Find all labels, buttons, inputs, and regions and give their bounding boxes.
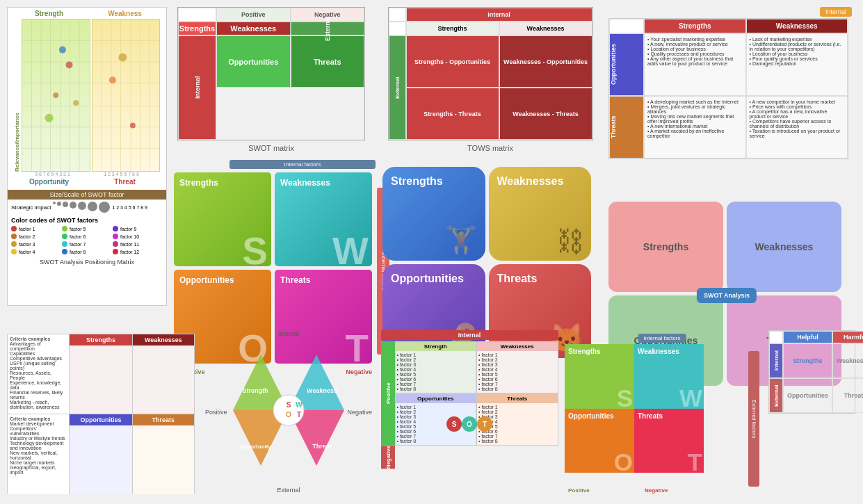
ls-weaknesses-label: Weaknesses bbox=[280, 178, 330, 188]
card-weaknesses: Weaknesses ⛓ bbox=[489, 167, 592, 261]
strengths-card-icon: 🏋 bbox=[444, 225, 478, 257]
detailed-swot: Internal Strengths Weaknesses Opportunit… bbox=[608, 7, 852, 195]
svg-point-12 bbox=[66, 61, 73, 68]
hh-opportunities-cell: Opportunities bbox=[783, 378, 832, 413]
color-codes-section: Color codes of SWOT factors factor 1 fac… bbox=[8, 215, 166, 257]
diamond-external-label: External bbox=[277, 487, 300, 494]
bsb-positive-label: Positive bbox=[568, 487, 590, 494]
hh-weaknesses-cell: Weaknesses bbox=[832, 343, 863, 378]
svg-text:Threat: Threat bbox=[312, 443, 332, 450]
diamond-internal-label: Internal bbox=[278, 330, 299, 337]
weaknesses-cell: Weaknesses bbox=[216, 22, 291, 35]
ds-strengths-content: • Your specialist marketing expertise • … bbox=[644, 33, 746, 96]
ls-s-letter: S bbox=[242, 229, 268, 266]
positioning-matrix: Strength Weakness Relevance/Importance bbox=[7, 7, 167, 306]
relevance-axis-label: Relevance/Importance bbox=[14, 19, 20, 172]
big-swot-bottom: Internal factors External factors Streng… bbox=[565, 330, 759, 490]
threats-cell-sm: Threats bbox=[291, 35, 365, 88]
hh-strengths-cell: Strengths bbox=[783, 343, 832, 378]
ts-strengths-header: Strengths bbox=[70, 334, 131, 346]
bsb-strengths: Strengths S bbox=[565, 344, 634, 409]
ds-threats-content: • A new competitor in your home market •… bbox=[746, 96, 848, 158]
ts-weaknesses-header: Weaknesses bbox=[133, 334, 194, 346]
weakness-label: Weakness bbox=[87, 10, 163, 17]
tows-internal-header: Internal bbox=[406, 8, 592, 22]
external-side-label: External bbox=[291, 22, 365, 35]
svg-text:T: T bbox=[297, 411, 301, 418]
ds-opportunities-content: • A developing market such as the Intern… bbox=[644, 96, 746, 158]
svg-text:Opportunity: Opportunity bbox=[239, 444, 271, 450]
tows-so-cell: Strengths - Opportunities bbox=[406, 35, 499, 88]
opportunities-cell-sm: Opportunities bbox=[216, 35, 291, 88]
ls-strengths-label: Strengths bbox=[179, 178, 218, 188]
bsb-threats: Threats T bbox=[634, 409, 704, 473]
svg-point-13 bbox=[53, 92, 58, 98]
swot-matrix-title: SWOT matrix bbox=[174, 144, 369, 152]
factor-swot: Internal Positive Strength • factor 1• f… bbox=[379, 330, 560, 497]
svg-text:O: O bbox=[286, 411, 291, 418]
threat-label-pm: Threat bbox=[87, 178, 163, 186]
tows-wt-cell: Weaknesses - Threats bbox=[499, 88, 592, 140]
fs-internal-header: Internal bbox=[381, 330, 558, 340]
ts-opportunities-header: Opportunities bbox=[70, 414, 131, 425]
size-scale-title: Size/Scale of SWOT factor bbox=[8, 190, 166, 200]
fs-positive-label: Positive bbox=[381, 341, 395, 446]
card-strengths: Strengths 🏋 bbox=[382, 167, 485, 261]
ds-internal-arrow: Internal bbox=[820, 7, 852, 17]
sr-strengths: Strengths bbox=[608, 202, 723, 292]
ls-w-letter: W bbox=[332, 229, 369, 266]
tows-wo-cell: Weaknesses - Opportunities bbox=[499, 35, 592, 88]
svg-point-30 bbox=[129, 123, 135, 129]
svg-text:S: S bbox=[287, 401, 291, 409]
swot-matrix: Positive Negative Internal Strengths Wea… bbox=[174, 7, 369, 181]
positioning-matrix-title: SWOT Analysis Positioning Matrix bbox=[8, 257, 166, 267]
ds-opportunities-header: Opportunities bbox=[609, 33, 644, 96]
bsb-external-label: External factors bbox=[748, 351, 759, 487]
internal-side-label: Internal bbox=[178, 35, 216, 140]
svg-point-14 bbox=[45, 114, 54, 122]
helpful-harmful-matrix: Helpful Harmful Internal Strengths Weakn… bbox=[768, 330, 855, 490]
ds-weaknesses-content: • Lack of marketing expertise • Undiffer… bbox=[746, 33, 848, 96]
tows-strengths-header: Strengths bbox=[406, 22, 499, 35]
tows-st-cell: Strengths - Threats bbox=[406, 88, 499, 140]
bsb-weaknesses: Weaknesses W bbox=[634, 344, 704, 409]
bsb-negative-label: Negative bbox=[645, 487, 668, 494]
svg-point-31 bbox=[118, 54, 127, 62]
table-swot: Criteria examples Advantages of competit… bbox=[7, 334, 195, 494]
hh-external-label: External bbox=[769, 378, 783, 413]
hh-internal-label: Internal bbox=[769, 343, 783, 378]
opportunity-label: Opportunity bbox=[11, 178, 87, 186]
tows-matrix-title: TOWS matrix bbox=[382, 144, 598, 152]
ds-weaknesses-header: Weaknesses bbox=[746, 19, 848, 33]
strengths-cell: Strengths bbox=[178, 22, 216, 35]
hh-harmful-header: Harmful bbox=[832, 331, 863, 343]
hh-helpful-header: Helpful bbox=[783, 331, 832, 343]
tows-external-label: External bbox=[389, 35, 406, 140]
bsb-internal-label: Internal factors bbox=[638, 334, 686, 343]
svg-point-16 bbox=[59, 47, 66, 54]
hh-threats-cell: Threats bbox=[832, 378, 863, 413]
swot-analysis-badge: SWOT Analysis bbox=[697, 288, 757, 303]
weaknesses-card-icon: ⛓ bbox=[556, 226, 584, 257]
tows-matrix: Internal Strengths Weaknesses External S… bbox=[382, 7, 598, 188]
diamond-swot: Internal External Positive Negative Stre… bbox=[202, 330, 376, 497]
svg-text:W: W bbox=[296, 401, 303, 409]
positive-header: Positive bbox=[216, 8, 291, 22]
ts-threats-header: Threats bbox=[133, 414, 194, 425]
internal-arrow-label: Internal factors bbox=[229, 160, 376, 169]
ds-threats-header: Threats bbox=[609, 96, 644, 158]
fs-negative-label: Negative bbox=[381, 446, 395, 469]
svg-point-29 bbox=[108, 76, 115, 83]
bsb-opportunities: Opportunities O bbox=[565, 409, 634, 473]
canvas: Strength Weakness Relevance/Importance bbox=[0, 0, 863, 504]
ds-strengths-header: Strengths bbox=[644, 19, 746, 33]
svg-point-15 bbox=[73, 100, 79, 106]
svg-point-40 bbox=[273, 395, 304, 425]
fs-strength-label: Strength bbox=[396, 342, 476, 351]
strategic-impact-row: Strategic impact 1 2 3 4 5 6 7 8 9 bbox=[8, 200, 166, 215]
sr-weaknesses: Weaknesses bbox=[727, 202, 841, 292]
strength-label: Strength bbox=[11, 10, 87, 17]
tows-weaknesses-header: Weaknesses bbox=[499, 22, 592, 35]
svg-text:Weakness: Weakness bbox=[307, 387, 337, 394]
svg-text:Strength: Strength bbox=[243, 387, 268, 394]
